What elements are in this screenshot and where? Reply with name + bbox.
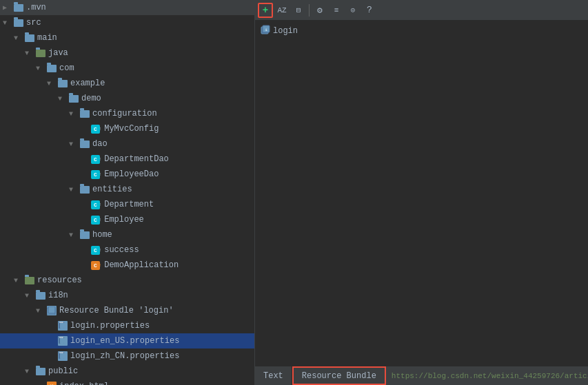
tree-label-dao: dao xyxy=(92,139,108,149)
tree-label-src: src xyxy=(26,18,41,28)
tree-label-resources: resources xyxy=(37,275,82,285)
tree-arrow-java xyxy=(25,50,36,57)
tree-item-example[interactable]: example xyxy=(0,76,254,91)
tree-label-login-properties: login.properties xyxy=(70,321,150,331)
tree-item-login-properties[interactable]: login.properties xyxy=(0,318,254,333)
tree-label-login-en-us: login_en_US.properties xyxy=(70,336,179,346)
tab-text[interactable]: Text xyxy=(255,366,292,385)
tree-arrow-com xyxy=(36,65,47,72)
tree-item-indexhtml[interactable]: H index.html xyxy=(0,379,254,385)
tab-text-label: Text xyxy=(263,371,283,381)
group-button[interactable]: ⊟ xyxy=(291,3,306,18)
folder-icon-i18n xyxy=(36,292,45,300)
folder-icon-resources xyxy=(25,277,34,284)
tree-arrow-resources xyxy=(14,277,25,284)
svg-rect-3 xyxy=(60,323,64,329)
tree-label-resourcebundle: Resource Bundle 'login' xyxy=(59,306,174,315)
tree-item-mvn[interactable]: .mvn xyxy=(0,0,254,15)
tab-resource-bundle-label: Resource Bundle xyxy=(302,371,376,381)
tree-item-entities[interactable]: entities xyxy=(0,182,254,197)
group-icon: ⊟ xyxy=(296,6,301,14)
folder-icon-example xyxy=(58,80,68,87)
tree-arrow-dao xyxy=(69,141,80,148)
tree-item-java[interactable]: java xyxy=(0,45,254,61)
class-icon-employeedao: C↑ xyxy=(91,170,101,179)
help-icon: ? xyxy=(367,5,372,15)
tree-item-public[interactable]: public xyxy=(0,364,254,379)
settings-button[interactable]: ⚙ xyxy=(312,3,327,18)
tree-item-src[interactable]: src xyxy=(0,15,254,30)
tree-arrow-configuration xyxy=(69,110,80,118)
file-tree[interactable]: .mvn src main java com example xyxy=(0,0,255,385)
folder-icon-java xyxy=(36,50,45,57)
tree-label-com: com xyxy=(59,63,74,73)
add-icon: + xyxy=(263,5,268,16)
prop-icon-login-zh-cn xyxy=(58,351,68,361)
tree-item-mymvcconfig[interactable]: C↑ MyMvcConfig xyxy=(0,121,254,136)
tree-arrow-entities xyxy=(69,186,80,194)
content-area: i login xyxy=(255,21,588,366)
class-icon-employee: C↑ xyxy=(91,216,101,225)
tree-label-mvn: .mvn xyxy=(26,3,46,12)
tree-item-success[interactable]: C↑ success xyxy=(0,242,254,258)
tree-item-demoapplication[interactable]: C↑ DemoApplication xyxy=(0,258,254,273)
svg-rect-6 xyxy=(60,338,64,344)
tree-arrow-src xyxy=(3,19,14,27)
tree-item-employeedao[interactable]: C↑ EmployeeDao xyxy=(0,167,254,182)
tree-label-demo: demo xyxy=(81,94,101,103)
tree-arrow-demo xyxy=(58,95,69,103)
tree-item-employee[interactable]: C↑ Employee xyxy=(0,212,254,227)
tree-item-department[interactable]: C↑ Department xyxy=(0,197,254,212)
settings-icon: ⚙ xyxy=(317,5,323,16)
tab-resource-bundle[interactable]: Resource Bundle xyxy=(292,366,386,385)
tree-arrow-example xyxy=(47,80,58,87)
tree-label-login-zh-cn: login_zh_CN.properties xyxy=(70,351,179,361)
status-text: https://blog.csdn.net/weixin_44259726/ar… xyxy=(392,372,588,380)
tree-label-department: Department xyxy=(104,200,154,209)
tree-item-dao[interactable]: dao xyxy=(0,136,254,152)
tree-label-success: success xyxy=(104,245,139,255)
status-bar-text: https://blog.csdn.net/weixin_44259726/ar… xyxy=(386,372,588,380)
tree-label-main: main xyxy=(37,33,57,43)
tree-item-resources[interactable]: resources xyxy=(0,273,254,288)
scope-button[interactable]: ⊙ xyxy=(345,3,361,18)
folder-icon-public xyxy=(36,368,45,375)
folder-icon-demo xyxy=(69,95,79,103)
sort-alpha-button[interactable]: AZ xyxy=(274,3,290,18)
scope-icon: ⊙ xyxy=(351,6,356,14)
tree-label-home: home xyxy=(92,230,112,240)
bundle-icon-login xyxy=(47,306,57,315)
tree-item-i18n[interactable]: i18n xyxy=(0,288,254,303)
tree-item-resourcebundle[interactable]: Resource Bundle 'login' xyxy=(0,303,254,318)
content-label-login: login xyxy=(273,26,298,36)
tree-item-departmentdao[interactable]: C↑ DepartmentDao xyxy=(0,152,254,167)
filter-button[interactable]: ≡ xyxy=(329,3,344,18)
tree-label-demoapplication: DemoApplication xyxy=(104,260,179,270)
tree-item-configuration[interactable]: configuration xyxy=(0,106,254,121)
folder-icon-configuration xyxy=(80,110,90,118)
tree-item-com[interactable]: com xyxy=(0,61,254,76)
tree-arrow-home xyxy=(69,231,80,239)
add-button[interactable]: + xyxy=(258,3,273,18)
sort-alpha-icon: AZ xyxy=(277,6,286,14)
tree-item-main[interactable]: main xyxy=(0,30,254,45)
class-icon-department: C↑ xyxy=(91,200,101,209)
help-button[interactable]: ? xyxy=(362,3,377,18)
tree-label-employee: Employee xyxy=(104,215,144,225)
tree-item-demo[interactable]: demo xyxy=(0,91,254,106)
tree-item-home[interactable]: home xyxy=(0,227,254,242)
tree-label-departmentdao: DepartmentDao xyxy=(104,154,169,164)
folder-icon-mvn xyxy=(14,4,23,12)
right-panel: + AZ ⊟ ⚙ ≡ ⊙ ? i xyxy=(255,0,588,385)
svg-rect-1 xyxy=(48,306,55,313)
tree-arrow-i18n xyxy=(25,292,36,300)
folder-icon-main xyxy=(25,34,34,42)
folder-icon-entities xyxy=(80,186,90,194)
tree-label-i18n: i18n xyxy=(48,291,68,300)
class-icon-departmentdao: C↑ xyxy=(91,155,101,164)
tree-arrow-main xyxy=(14,34,25,42)
folder-icon-src xyxy=(14,19,23,27)
tree-item-login-zh-cn-properties[interactable]: login_zh_CN.properties xyxy=(0,348,254,364)
tree-item-login-en-us-properties[interactable]: login_en_US.properties xyxy=(0,333,254,348)
content-item-login[interactable]: i login xyxy=(261,23,588,39)
